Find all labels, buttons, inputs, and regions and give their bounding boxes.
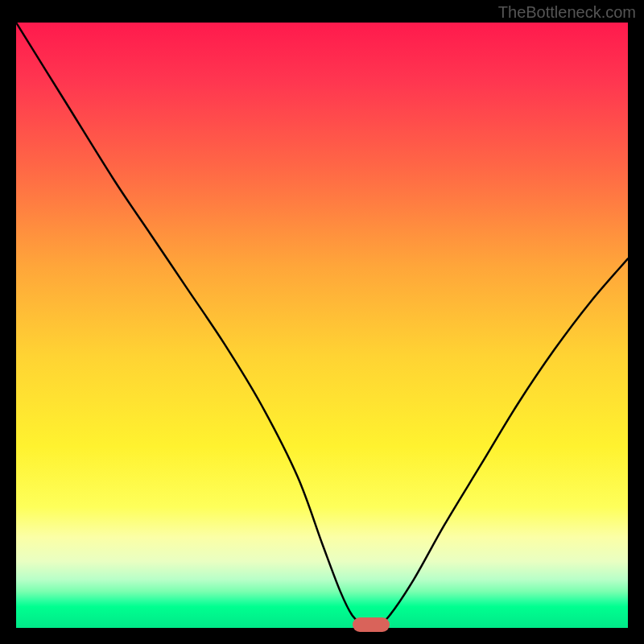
optimal-range-marker [353,617,390,632]
chart-curve-svg [16,23,628,628]
watermark-text: TheBottleneck.com [498,3,636,22]
bottleneck-curve [16,23,628,626]
